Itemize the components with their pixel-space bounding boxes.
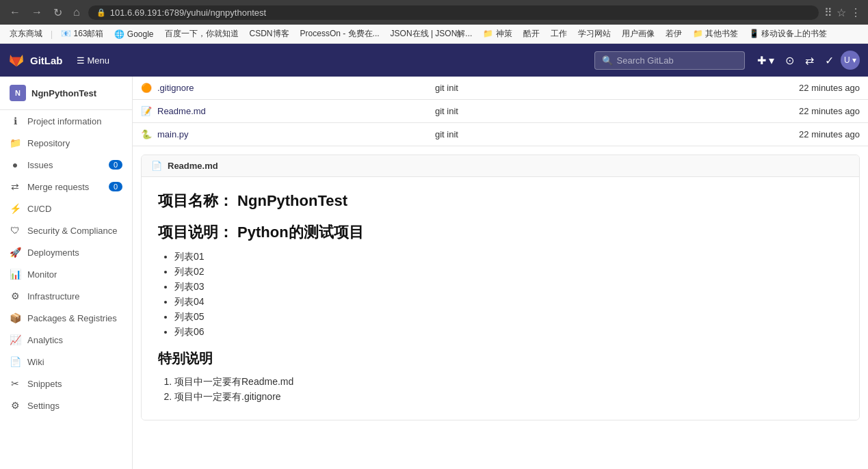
readme-title2: 项目说明： Python的测试项目 (158, 222, 843, 243)
sidebar-label-analytics: Analytics (27, 335, 63, 345)
list-item: 项目中一定要有.gitignore (174, 391, 843, 403)
sidebar-item-packages[interactable]: 📦 Packages & Registries (0, 307, 132, 329)
sidebar-item-settings[interactable]: ⚙ Settings (0, 394, 132, 416)
sidebar-item-merge-requests[interactable]: ⇄ Merge requests 0 (0, 176, 132, 198)
issues-badge: 0 (109, 160, 122, 170)
sidebar-item-project-info[interactable]: ℹ Project information (0, 110, 132, 132)
file-link[interactable]: main.py (157, 129, 189, 139)
infra-icon: ⚙ (10, 291, 21, 302)
bookmark-shence[interactable]: 📁 神策 (479, 27, 516, 41)
cicd-icon: ⚡ (10, 203, 21, 214)
gitlab-top-nav: GitLab ☰ Menu 🔍 ✚ ▾ ⊙ ⇄ ✓ U ▾ (0, 44, 868, 77)
sidebar-item-snippets[interactable]: ✂ Snippets (0, 373, 132, 394)
sidebar-label-infrastructure: Infrastructure (27, 291, 80, 302)
hamburger-icon: ☰ (77, 55, 85, 66)
refresh-button[interactable]: ↻ (51, 5, 65, 21)
table-row[interactable]: 🟠 .gitignore git init 22 minutes ago (133, 77, 868, 100)
bookmark-csdn[interactable]: CSDN博客 (246, 27, 293, 41)
browser-actions: ⠿ ☆ ⋮ (824, 6, 861, 19)
sidebar-item-monitor[interactable]: 📊 Monitor (0, 263, 132, 285)
readme-title1: 项目名称： NgnPythonTest (158, 191, 843, 211)
bookmark-processon[interactable]: ProcessOn - 免费在... (296, 27, 384, 41)
sidebar-label-settings: Settings (27, 401, 60, 411)
commit-time: 22 minutes ago (577, 123, 868, 146)
readme-special-list: 项目中一定要有Readme.md项目中一定要有.gitignore (158, 376, 843, 403)
bookmark-kukai[interactable]: 酷开 (519, 27, 544, 41)
nav-search-box[interactable]: 🔍 (594, 51, 745, 70)
address-bar[interactable]: 🔒 101.6.69.191:6789/yuhui/ngnpythontest (88, 5, 819, 20)
sidebar-item-deployments[interactable]: 🚀 Deployments (0, 241, 132, 263)
deploy-icon: 🚀 (10, 247, 21, 258)
merge-requests-icon[interactable]: ⇄ (801, 50, 818, 71)
bookmark-jd[interactable]: 京东商城 (5, 27, 47, 41)
todos-icon[interactable]: ✓ (821, 50, 838, 71)
sidebar-label-monitor: Monitor (27, 269, 57, 280)
sidebar-item-analytics[interactable]: 📈 Analytics (0, 329, 132, 351)
list-item: 项目中一定要有Readme.md (174, 376, 843, 388)
file-type-icon: 🟠 (141, 83, 152, 93)
project-initial: N (15, 89, 21, 97)
list-item: 列表02 (174, 266, 843, 278)
bookmark-ruoyi[interactable]: 若伊 (661, 27, 686, 41)
create-button[interactable]: ✚ ▾ (753, 50, 778, 71)
commit-message: git init (427, 100, 577, 123)
sidebar-project-header: N NgnPythonTest (0, 77, 132, 110)
sidebar-item-wiki[interactable]: 📄 Wiki (0, 351, 132, 373)
bookmark-icon[interactable]: ☆ (837, 6, 846, 19)
forward-button[interactable]: → (29, 5, 45, 20)
bookmark-user[interactable]: 用户画像 (618, 27, 659, 41)
list-item: 列表01 (174, 251, 843, 263)
menu-button[interactable]: ☰ Menu (71, 53, 116, 68)
commit-message: git init (427, 77, 577, 100)
sidebar-label-snippets: Snippets (27, 379, 62, 389)
readme-filename: Readme.md (168, 161, 218, 171)
table-row[interactable]: 🐍 main.py git init 22 minutes ago (133, 123, 868, 146)
bookmark-json[interactable]: JSON在线 | JSON解... (386, 27, 477, 41)
sidebar-item-cicd[interactable]: ⚡ CI/CD (0, 198, 132, 219)
search-input[interactable] (617, 55, 733, 66)
sidebar-label-issues: Issues (27, 160, 53, 170)
issues-icon: ● (10, 159, 21, 170)
file-table: 🟠 .gitignore git init 22 minutes ago 📝 R… (133, 77, 868, 146)
commit-message: git init (427, 123, 577, 146)
table-row[interactable]: 📝 Readme.md git init 22 minutes ago (133, 100, 868, 123)
sidebar-label-security: Security & Compliance (27, 226, 118, 236)
home-button[interactable]: ⌂ (70, 5, 83, 20)
browser-menu-icon[interactable]: ⋮ (850, 6, 861, 19)
repo-icon: 📁 (10, 137, 21, 148)
bookmark-google[interactable]: 🌐 Google (110, 28, 157, 40)
readme-body: 项目名称： NgnPythonTest 项目说明： Python的测试项目 列表… (142, 177, 859, 420)
list-item: 列表03 (174, 281, 843, 293)
bookmark-work[interactable]: 工作 (547, 27, 571, 41)
back-button[interactable]: ← (7, 5, 23, 20)
user-avatar[interactable]: U ▾ (841, 51, 860, 70)
bookmarks-bar: 京东商城 | 📧 163邮箱 🌐 Google 百度一下，你就知道 CSDN博客… (0, 25, 868, 44)
monitor-icon: 📊 (10, 269, 21, 280)
merge-badge: 0 (109, 182, 122, 191)
bookmark-study[interactable]: 学习网站 (574, 27, 615, 41)
bookmark-163[interactable]: 📧 163邮箱 (57, 27, 107, 41)
bookmark-others[interactable]: 📁 其他书签 (689, 27, 742, 41)
info-icon: ℹ (10, 116, 21, 126)
sidebar-item-issues[interactable]: ● Issues 0 (0, 154, 132, 176)
sidebar-item-repository[interactable]: 📁 Repository (0, 132, 132, 154)
readme-card: 📄 Readme.md 项目名称： NgnPythonTest 项目说明： Py… (141, 155, 860, 420)
issues-icon[interactable]: ⊙ (781, 50, 798, 71)
file-type-icon: 🐍 (141, 129, 152, 139)
main-layout: N NgnPythonTest ℹ Project information 📁 … (0, 77, 868, 469)
sidebar-item-infrastructure[interactable]: ⚙ Infrastructure (0, 285, 132, 307)
sidebar-label-repository: Repository (27, 138, 70, 148)
readme-file-icon: 📄 (151, 161, 162, 171)
list-item: 列表04 (174, 296, 843, 308)
analytics-icon: 📈 (10, 334, 21, 345)
extensions-icon[interactable]: ⠿ (824, 6, 832, 19)
security-icon: 🛡 (10, 225, 21, 236)
sidebar-item-security[interactable]: 🛡 Security & Compliance (0, 219, 132, 241)
sidebar-label-wiki: Wiki (27, 357, 44, 367)
file-link[interactable]: .gitignore (157, 83, 194, 93)
bookmark-mobile[interactable]: 📱 移动设备上的书签 (745, 27, 831, 41)
url-text: 101.6.69.191:6789/yuhui/ngnpythontest (110, 8, 266, 18)
gitlab-logo[interactable]: GitLab (8, 52, 63, 68)
bookmark-baidu[interactable]: 百度一下，你就知道 (161, 27, 243, 41)
file-link[interactable]: Readme.md (157, 106, 206, 116)
